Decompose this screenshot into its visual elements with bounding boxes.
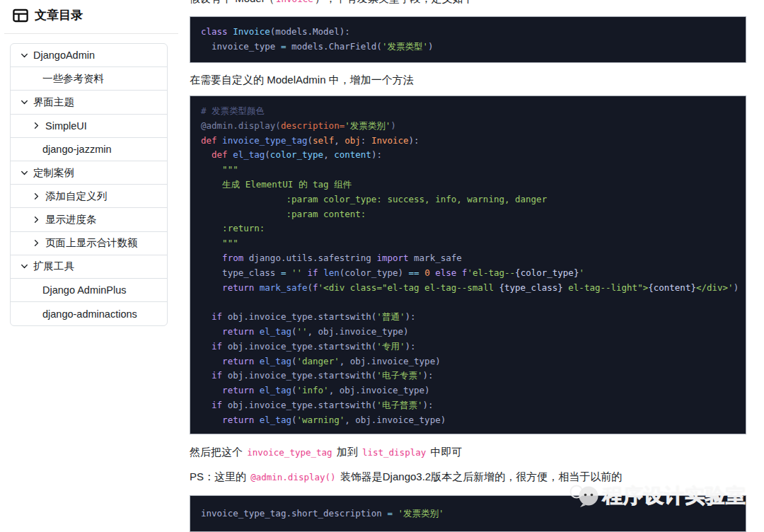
code-line: :return: — [201, 221, 735, 236]
article-content: 假设有个 Model（Invoice），中有发票类型字段，定义如下 class … — [190, 0, 746, 532]
toc-sidebar: 文章目录 DjangoAdmin 一些参考资料 界面主题 — [0, 0, 184, 532]
toc-item[interactable]: DjangoAdmin — [11, 44, 167, 67]
inline-code: list_display — [361, 447, 427, 458]
code-line: @admin.display(description='发票类别') — [201, 119, 735, 134]
paragraph-modeladmin: 在需要自定义的 ModelAdmin 中，增加一个方法 — [190, 72, 414, 88]
code-line: if obj.invoice_type.startswith('电子专票'): — [201, 369, 735, 383]
toc-item[interactable]: django-adminactions — [11, 302, 167, 325]
article-page: 文章目录 DjangoAdmin 一些参考资料 界面主题 — [0, 0, 764, 532]
code-line: class Invoice(models.Model): — [201, 25, 735, 40]
code-line: if obj.invoice_type.startswith('普通'): — [201, 310, 735, 325]
sidebar-divider — [4, 33, 178, 34]
code-line — [201, 295, 735, 310]
toc-item[interactable]: django-jazzmin — [11, 138, 167, 161]
code-line: """ — [201, 163, 735, 178]
toc-item-label: SimpleUI — [45, 120, 87, 132]
code-line: return el_tag('', obj.invoice_type) — [201, 325, 735, 340]
paragraph-list-display: 然后把这个 invoice_type_tag 加到 list_display 中… — [190, 444, 462, 461]
code-line: def invoice_type_tag(self, obj: Invoice)… — [201, 134, 735, 149]
chevron-right-icon — [33, 239, 40, 247]
intro-paragraph: 假设有个 Model（Invoice），中有发票类型字段，定义如下 — [190, 0, 474, 7]
toc-item[interactable]: 显示进度条 — [11, 208, 167, 231]
toc-item[interactable]: 扩展工具 — [11, 255, 167, 279]
toc-item-label: DjangoAdmin — [33, 50, 95, 61]
toc-item[interactable]: SimpleUI — [11, 115, 167, 138]
code-line: type_class = '' if len(color_type) == 0 … — [201, 266, 735, 281]
toc-item[interactable]: 页面上显示合计数额 — [11, 232, 167, 255]
toc-item[interactable]: 界面主题 — [11, 91, 167, 114]
toc-item[interactable]: Django AdminPlus — [11, 279, 167, 302]
inline-code: invoice_type_tag — [245, 447, 333, 458]
code-block-invoice-type-tag: # 发票类型颜色@admin.display(description='发票类别… — [190, 96, 746, 434]
code-line: if obj.invoice_type.startswith('专用'): — [201, 340, 735, 354]
code-line: invoice_type = models.CharField('发票类型') — [201, 40, 735, 54]
toc-item-label: 添加自定义列 — [45, 190, 107, 203]
chevron-right-icon — [33, 192, 40, 200]
toc-grid-icon — [13, 8, 28, 23]
chevron-right-icon — [33, 216, 40, 224]
toc-item-label: 显示进度条 — [45, 213, 97, 226]
toc-item-label: Django AdminPlus — [42, 284, 127, 296]
code-line: from django.utils.safestring import mark… — [201, 251, 735, 266]
toc-item[interactable]: 一些参考资料 — [11, 67, 167, 91]
toc-list: DjangoAdmin 一些参考资料 界面主题 SimpleUI django-… — [10, 43, 168, 326]
code-line: 生成 ElementUI 的 tag 组件 — [201, 178, 735, 192]
code-line: if obj.invoice_type.startswith('电子普票'): — [201, 398, 735, 413]
code-block-short-description: invoice_type_tag.short_description = '发票… — [190, 495, 746, 532]
code-line: # 发票类型颜色 — [201, 104, 735, 119]
chevron-right-icon — [33, 122, 40, 129]
toc-item-label: django-jazzmin — [42, 144, 112, 155]
toc-header: 文章目录 — [13, 7, 83, 23]
inline-code: @admin.display() — [249, 472, 337, 482]
toc-item-label: django-adminactions — [42, 308, 137, 320]
inline-code: Invoice — [274, 0, 315, 4]
chevron-down-icon — [21, 52, 28, 59]
chevron-down-icon — [21, 262, 28, 270]
toc-item-label: 扩展工具 — [33, 260, 74, 273]
chevron-down-icon — [21, 98, 28, 106]
toc-item-label: 定制案例 — [33, 166, 74, 180]
code-line: return el_tag('warning', obj.invoice_typ… — [201, 413, 735, 428]
code-line: :param content: — [201, 207, 735, 222]
toc-item-label: 界面主题 — [33, 96, 74, 109]
paragraph-ps-note: PS：这里的 @admin.display() 装饰器是Django3.2版本之… — [190, 469, 622, 485]
code-block-model: class Invoice(models.Model): invoice_typ… — [190, 16, 746, 63]
chevron-down-icon — [21, 169, 28, 177]
code-line: :param color_type: success, info, warnin… — [201, 192, 735, 207]
code-line: return mark_safe(f'<div class="el-tag el… — [201, 281, 735, 296]
code-line: def el_tag(color_type, content): — [201, 148, 735, 163]
toc-item[interactable]: 添加自定义列 — [11, 185, 167, 208]
code-line: invoice_type_tag.short_description = '发票… — [201, 507, 735, 521]
toc-item-label: 一些参考资料 — [42, 72, 104, 86]
code-line: return el_tag('info', obj.invoice_type) — [201, 383, 735, 398]
toc-title: 文章目录 — [35, 7, 83, 23]
code-line: """ — [201, 236, 735, 251]
toc-item[interactable]: 定制案例 — [11, 161, 167, 185]
toc-item-label: 页面上显示合计数额 — [45, 236, 138, 250]
code-line: return el_tag('danger', obj.invoice_type… — [201, 354, 735, 369]
